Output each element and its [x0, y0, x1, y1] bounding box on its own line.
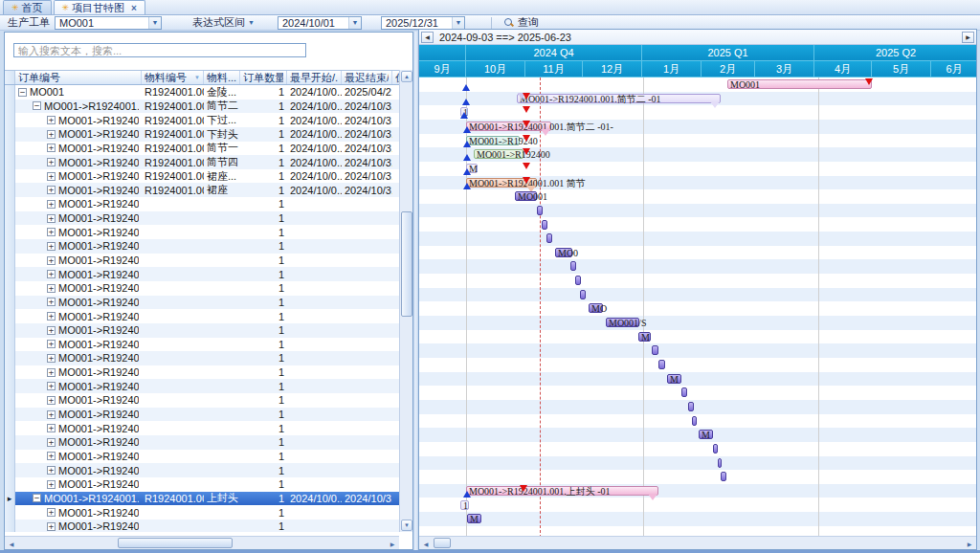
tree-expander-icon[interactable]: + [47, 186, 56, 194]
scrollbar-thumb[interactable] [401, 211, 412, 317]
gantt-bar[interactable]: MO001->R1924001.001.简节二 -01- [466, 122, 551, 131]
table-row[interactable]: +MO001->R1924001....R1924001.00...下封头120… [5, 127, 401, 142]
gantt-horizontal-scrollbar[interactable]: ◀ ▶ [419, 536, 976, 549]
tree-expander-icon[interactable]: + [47, 326, 56, 335]
query-button[interactable]: 查询 [500, 16, 544, 30]
table-row[interactable]: +MO001->R1924001....R1924001.00...下过...1… [5, 113, 401, 127]
table-row[interactable]: +MO001->R1924001....1 [5, 421, 401, 435]
table-row[interactable]: +MO001->R1924001....R1924001.00...裙座...1… [5, 169, 401, 184]
table-row[interactable]: +MO001->R1924001....1 [5, 379, 401, 393]
gantt-bar[interactable]: MO0 [555, 248, 572, 257]
scroll-right-icon[interactable]: ▶ [387, 538, 398, 549]
table-row[interactable]: +MO001->R1924001....1 [5, 435, 401, 450]
chevron-down-icon[interactable]: ▼ [348, 17, 361, 29]
tree-expander-icon[interactable]: + [47, 200, 56, 209]
expression-range-dropdown[interactable]: 表达式区间 ▼ [189, 16, 258, 30]
gantt-bar[interactable]: MO001->R192400 [474, 149, 523, 159]
scroll-up-icon[interactable]: ▲ [401, 71, 412, 82]
gantt-bar[interactable] [546, 233, 552, 243]
tree-expander-icon[interactable]: + [47, 382, 56, 390]
gantt-bar[interactable] [580, 290, 586, 299]
table-row[interactable]: ▸−MO001->R1924001.00...R1924001.00...上封头… [5, 492, 401, 506]
gantt-bar[interactable] [713, 444, 718, 453]
tree-expander-icon[interactable]: − [18, 88, 27, 97]
gantt-bar[interactable]: MO001->R1924001.001.简节二 -01 [517, 94, 721, 103]
table-row[interactable]: +MO001->R1924001....R1924001.00...简节一120… [5, 142, 401, 156]
table-row[interactable]: +MO001->R1924001....1 [5, 505, 401, 520]
scroll-down-icon[interactable]: ▼ [401, 520, 412, 531]
tree-expander-icon[interactable]: + [47, 214, 56, 223]
tree-expander-icon[interactable]: + [47, 228, 56, 236]
gantt-bar[interactable]: M [638, 332, 651, 342]
tree-expander-icon[interactable]: + [47, 466, 56, 475]
table-row[interactable]: +MO001->R1924001....1 [5, 309, 401, 323]
table-row[interactable]: +MO001->R1924001....1 [5, 393, 401, 408]
close-icon[interactable]: × [131, 3, 137, 13]
tree-expander-icon[interactable]: + [47, 368, 56, 377]
table-row[interactable]: −MO001R1924001.001金陵...12024/10/0...2025… [5, 85, 401, 100]
gantt-bar[interactable]: M [667, 374, 681, 384]
gantt-bar[interactable]: MO001/S [606, 318, 639, 327]
grid-horizontal-scrollbar[interactable]: ◀ ▶ [5, 536, 399, 549]
tree-expander-icon[interactable]: + [47, 424, 56, 432]
tree-expander-icon[interactable]: + [47, 144, 56, 152]
tree-expander-icon[interactable]: + [47, 410, 56, 419]
tab-gantt[interactable]: ✳ 项目甘特图 × [54, 0, 145, 14]
date-from-picker[interactable]: 2024/10/01 ▼ [278, 16, 362, 30]
tree-expander-icon[interactable]: + [47, 340, 56, 348]
table-row[interactable]: +MO001->R1924001....1 [5, 338, 401, 352]
table-row[interactable]: +MO001->R1924001....1 [5, 477, 401, 492]
table-row[interactable]: +MO001->R1924001....1 [5, 408, 401, 422]
tree-expander-icon[interactable]: + [47, 242, 56, 251]
gantt-bar[interactable]: MO001->R19240 [466, 136, 520, 145]
tree-expander-icon[interactable]: + [47, 312, 56, 321]
gantt-bar[interactable] [537, 206, 543, 215]
gantt-bar[interactable]: MO001 [515, 191, 537, 201]
chevron-down-icon[interactable]: ▼ [452, 17, 464, 29]
work-order-combobox[interactable]: MO001 ▼ [55, 16, 162, 30]
gantt-bar[interactable]: M [699, 430, 713, 439]
scrollbar-thumb[interactable] [118, 538, 233, 548]
table-row[interactable]: +MO001->R1924001....1 [5, 225, 401, 239]
tree-expander-icon[interactable]: + [47, 508, 56, 517]
table-row[interactable]: +MO001->R1924001....1 [5, 351, 401, 365]
column-header[interactable]: 最早开始/... [287, 71, 342, 84]
gantt-bar[interactable]: M [467, 514, 481, 523]
tree-expander-icon[interactable]: + [47, 256, 56, 265]
scroll-left-icon[interactable]: ◀ [420, 538, 432, 549]
gantt-bar[interactable] [570, 261, 576, 271]
gantt-bar[interactable]: MO [589, 303, 603, 313]
table-row[interactable]: +MO001->R1924001....R1924001.00...裙座1202… [5, 183, 401, 197]
scroll-right-icon[interactable]: ▶ [962, 32, 974, 43]
tree-expander-icon[interactable]: + [47, 158, 56, 166]
tree-expander-icon[interactable]: + [47, 116, 56, 124]
table-row[interactable]: +MO001->R1924001....1 [5, 254, 401, 268]
chevron-down-icon[interactable]: ▼ [148, 17, 161, 29]
table-row[interactable]: +MO001->R1924001....1 [5, 197, 401, 211]
scrollbar-thumb[interactable] [434, 538, 451, 548]
scroll-right-icon[interactable]: ▶ [964, 538, 975, 549]
scroll-left-icon[interactable]: ◀ [6, 538, 17, 549]
date-to-picker[interactable]: 2025/12/31 ▼ [381, 16, 465, 30]
scroll-left-icon[interactable]: ◀ [421, 32, 434, 43]
gantt-bar[interactable] [718, 458, 722, 468]
gantt-bar[interactable] [721, 472, 726, 481]
table-row[interactable]: +MO001->R1924001....1 [5, 211, 401, 226]
column-header[interactable]: 订单编号 [15, 71, 142, 84]
table-row[interactable]: +MO001->R1924001....R1924001.00...简节四120… [5, 155, 401, 169]
tree-expander-icon[interactable]: + [47, 130, 56, 139]
tree-expander-icon[interactable]: + [47, 480, 56, 489]
gantt-bar[interactable] [575, 276, 581, 285]
table-row[interactable]: −MO001->R1924001.00...R1924001.00...简节二1… [5, 100, 401, 114]
gantt-bar[interactable] [688, 402, 694, 411]
tree-expander-icon[interactable]: + [47, 396, 56, 405]
tree-expander-icon[interactable]: + [47, 172, 56, 181]
tree-expander-icon[interactable]: − [33, 494, 41, 502]
gantt-bar[interactable] [652, 345, 658, 355]
column-header[interactable]: 最迟结束/... [342, 71, 392, 84]
table-row[interactable]: +MO001->R1924001....1 [5, 323, 401, 338]
gantt-bar[interactable] [692, 416, 697, 426]
tree-expander-icon[interactable]: + [47, 270, 56, 278]
gantt-bar[interactable] [681, 387, 687, 397]
table-row[interactable]: +MO001->R1924001....1 [5, 450, 401, 464]
